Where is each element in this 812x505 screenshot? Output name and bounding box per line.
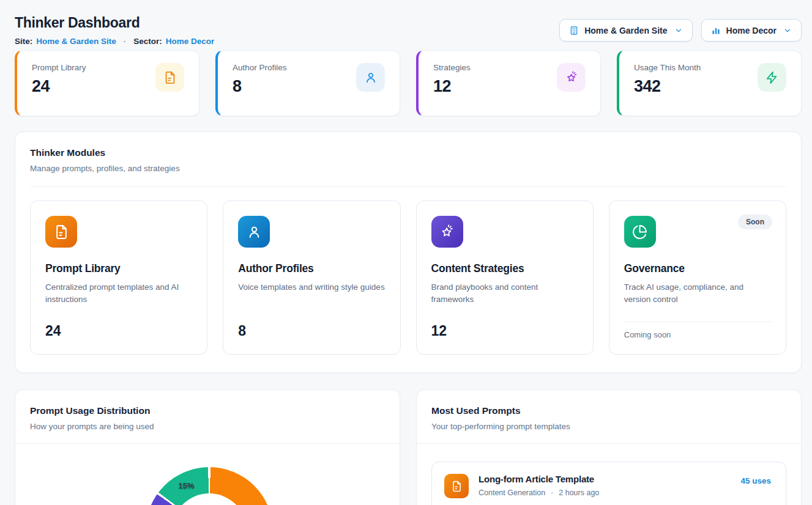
stats-row: Prompt Library 24 Author Profiles 8 Stra…: [15, 50, 802, 116]
stat-value: 8: [233, 77, 287, 96]
stat-label: Prompt Library: [32, 63, 86, 72]
module-title: Governance: [624, 262, 771, 275]
modules-grid: Prompt Library Centralized prompt templa…: [15, 187, 801, 369]
site-label: Site:: [15, 37, 32, 46]
bar-chart-icon: [711, 26, 721, 35]
file-text-icon: [45, 216, 77, 248]
stat-value: 342: [634, 77, 701, 96]
module-card-content-strategies[interactable]: Content Strategies Brand playbooks and c…: [416, 201, 594, 355]
module-title: Prompt Library: [45, 262, 192, 275]
zap-icon: [758, 63, 786, 92]
thinker-modules-panel: Thinker Modules Manage prompts, profiles…: [15, 131, 802, 373]
header-dropdowns: Home & Garden Site Home Decor: [559, 19, 802, 42]
prompt-uses-badge: 45 uses: [740, 476, 771, 485]
sparkle-star-icon: [557, 63, 586, 92]
sector-selector-label: Home Decor: [726, 26, 777, 35]
dot-separator: ·: [551, 488, 553, 497]
stat-card-prompt-library: Prompt Library 24: [15, 50, 199, 116]
panel-title: Thinker Modules: [30, 147, 786, 158]
site-selector-dropdown[interactable]: Home & Garden Site: [559, 19, 692, 42]
card-title: Most Used Prompts: [431, 405, 786, 416]
card-title: Prompt Usage Distribution: [30, 405, 385, 416]
module-count: 12: [431, 323, 578, 339]
module-card-prompt-library[interactable]: Prompt Library Centralized prompt templa…: [30, 201, 207, 355]
stat-card-usage: Usage This Month 342: [617, 50, 802, 116]
panel-subtitle: Manage prompts, profiles, and strategies: [30, 164, 786, 173]
site-link[interactable]: Home & Garden Site: [36, 37, 116, 46]
most-used-prompts-card: Most Used Prompts Your top-performing pr…: [416, 389, 802, 505]
dot-separator: ·: [124, 37, 127, 46]
donut-hole: [172, 493, 247, 505]
stat-card-strategies: Strategies 12: [416, 50, 601, 116]
module-description: Brand playbooks and content frameworks: [431, 281, 578, 306]
module-description: Track AI usage, compliance, and version …: [624, 281, 771, 306]
chevron-down-icon: [783, 26, 792, 35]
file-text-icon: [155, 63, 184, 92]
prompt-category: Content Generation: [479, 488, 545, 497]
module-count: 24: [45, 323, 192, 339]
stat-card-author-profiles: Author Profiles 8: [215, 50, 400, 116]
prompt-meta: Content Generation · 2 hours ago: [479, 488, 731, 497]
prompt-title: Long-form Article Template: [479, 474, 731, 484]
building-icon: [569, 26, 579, 35]
card-subtitle: How your prompts are being used: [30, 422, 385, 431]
sparkle-star-icon: [431, 216, 463, 248]
module-title: Author Profiles: [238, 262, 385, 275]
pie-chart-icon: [624, 216, 656, 248]
sector-link[interactable]: Home Decor: [166, 37, 215, 46]
card-subtitle: Your top-performing prompt templates: [431, 422, 786, 431]
prompt-time: 2 hours ago: [559, 488, 599, 497]
user-icon: [238, 216, 270, 248]
thinker-dashboard-page: Thinker Dashboard Site: Home & Garden Si…: [0, 0, 812, 505]
breadcrumb: Site: Home & Garden Site · Sector: Home …: [15, 37, 214, 46]
sector-selector-dropdown[interactable]: Home Decor: [701, 19, 802, 42]
stat-label: Usage This Month: [634, 63, 701, 72]
stat-value: 24: [32, 77, 86, 96]
chevron-down-icon: [674, 26, 683, 35]
divider: [624, 322, 771, 322]
user-icon: [356, 63, 385, 92]
module-card-governance[interactable]: Soon Governance Track AI usage, complian…: [609, 201, 786, 355]
prompt-usage-distribution-card: Prompt Usage Distribution How your promp…: [15, 389, 400, 505]
page-title: Thinker Dashboard: [15, 15, 140, 31]
module-description: Voice templates and writing style guides: [238, 281, 385, 293]
module-description: Centralized prompt templates and AI inst…: [45, 281, 192, 306]
prompt-list-item[interactable]: Long-form Article Template Content Gener…: [431, 462, 786, 505]
stat-value: 12: [433, 77, 471, 96]
module-count: 8: [238, 323, 385, 339]
module-card-author-profiles[interactable]: Author Profiles Voice templates and writ…: [223, 201, 400, 355]
site-selector-label: Home & Garden Site: [584, 26, 667, 35]
sector-label: Sector:: [133, 37, 162, 46]
soon-badge: Soon: [738, 215, 772, 229]
stat-label: Strategies: [433, 63, 471, 72]
module-title: Content Strategies: [431, 262, 578, 275]
file-text-icon: [444, 474, 469, 498]
donut-slice-label: 15%: [179, 481, 195, 490]
prompts-list: Long-form Article Template Content Gener…: [417, 444, 801, 505]
module-footer: Coming soon: [624, 330, 771, 339]
stat-label: Author Profiles: [233, 63, 287, 72]
prompt-usage-donut-chart: 15%: [146, 467, 273, 505]
bottom-row: Prompt Usage Distribution How your promp…: [15, 389, 802, 505]
